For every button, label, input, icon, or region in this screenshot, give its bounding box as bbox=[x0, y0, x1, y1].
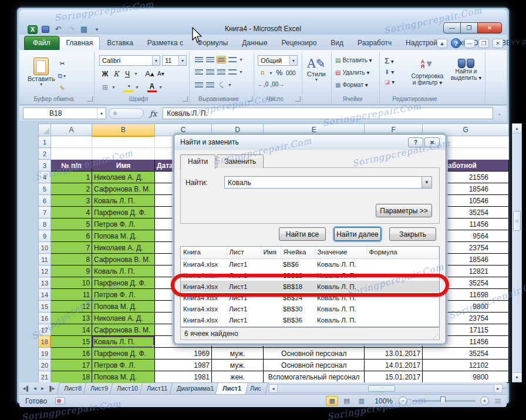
grid-cell-B17[interactable]: Сафронова В. М. bbox=[92, 324, 155, 336]
grid-cell-A14[interactable]: 11 bbox=[50, 289, 92, 301]
grid-cell-A2[interactable] bbox=[50, 148, 92, 160]
grid-cell-B1[interactable] bbox=[92, 136, 155, 148]
row-header-11[interactable]: 11 bbox=[39, 254, 51, 266]
row-header-7[interactable]: 7 bbox=[39, 207, 51, 219]
grid-cell-A17[interactable]: 14 bbox=[50, 324, 92, 336]
results-column-Значение[interactable]: Значение bbox=[315, 247, 366, 258]
zoom-in-icon[interactable]: + bbox=[480, 397, 489, 405]
row-header-17[interactable]: 17 bbox=[39, 324, 51, 336]
workbook-minimize-icon[interactable]: — bbox=[464, 39, 475, 48]
tab-split-handle[interactable] bbox=[503, 388, 507, 389]
underline-button[interactable]: Ч bbox=[123, 70, 132, 78]
grid-cell-A8[interactable]: 5 bbox=[50, 219, 92, 230]
ribbon-tab-разметка-с[interactable]: Разметка с bbox=[140, 36, 190, 50]
accounting-format-icon[interactable]: ¤ bbox=[258, 69, 267, 77]
dialog-title-bar[interactable]: Найти и заменить ? ✕ bbox=[174, 135, 446, 150]
grid-cell-A1[interactable] bbox=[50, 136, 92, 148]
grid-cell-B6[interactable]: Коваль Л. П. bbox=[92, 195, 155, 207]
grid-cell-D21[interactable]: жен. bbox=[212, 371, 264, 383]
minimize-button[interactable]: — bbox=[443, 22, 461, 33]
dialog-tab-заменить[interactable]: Заменить bbox=[217, 154, 264, 168]
grid-cell-A20[interactable]: 17 bbox=[50, 359, 92, 371]
row-header-20[interactable]: 20 bbox=[39, 359, 51, 371]
formula-input[interactable]: Коваль Л. П. bbox=[163, 107, 493, 119]
bold-button[interactable]: Ж bbox=[100, 70, 110, 78]
paste-button[interactable]: Вставить▼ bbox=[28, 58, 55, 86]
grid-cell-F21[interactable]: 15.01.2017 bbox=[365, 371, 423, 383]
scroll-up-icon[interactable]: ▲ bbox=[512, 124, 521, 133]
grid-cell-B10[interactable]: Николаев А. Д. bbox=[92, 242, 155, 254]
row-header-13[interactable]: 13 bbox=[39, 277, 51, 289]
normal-view-icon[interactable]: ▦ bbox=[326, 396, 338, 406]
vertical-scrollbar[interactable]: ▲ ▼ bbox=[512, 123, 522, 382]
grid-cell-A18[interactable]: 15 bbox=[50, 336, 92, 348]
align-center-icon[interactable] bbox=[205, 68, 215, 76]
result-row-B6[interactable]: Книга4.xlsxЛист1$B$6Коваль Л. П. bbox=[181, 258, 439, 270]
align-middle-icon[interactable] bbox=[205, 56, 215, 63]
row-header-14[interactable]: 14 bbox=[39, 289, 51, 301]
find-select-button[interactable]: Найти и выделить ▾ bbox=[449, 55, 483, 81]
orientation-icon[interactable] bbox=[228, 56, 237, 63]
grid-cell-G20[interactable]: 12102 bbox=[423, 359, 509, 371]
results-column-Лист[interactable]: Лист bbox=[227, 247, 261, 258]
title-bar[interactable]: X ↶ ↷ ▦ ▼ Книга4 - Microsoft Excel — ❒ ✕ bbox=[19, 9, 507, 35]
comma-style-icon[interactable]: 000 bbox=[286, 70, 296, 76]
close-button[interactable]: ✕ bbox=[477, 22, 502, 33]
styles-button[interactable]: A✎ Стили▼ bbox=[307, 56, 326, 82]
minimize-ribbon-icon[interactable]: ▲ bbox=[437, 39, 447, 48]
decrease-decimal-icon[interactable]: ,00→ bbox=[270, 81, 284, 88]
macro-record-icon[interactable] bbox=[55, 397, 65, 405]
page-break-view-icon[interactable]: ▥ bbox=[355, 396, 367, 406]
grid-cell-A5[interactable]: 2 bbox=[50, 183, 92, 195]
prev-sheet-icon[interactable]: ◄ bbox=[33, 386, 38, 391]
decrease-indent-icon[interactable] bbox=[194, 81, 204, 89]
grid-cell-A3[interactable]: № п/п bbox=[50, 160, 92, 172]
row-header-19[interactable]: 19 bbox=[39, 348, 51, 359]
grid-cell-B13[interactable]: Парфенов Д. Ф. bbox=[92, 277, 155, 289]
grid-cell-A19[interactable]: 16 bbox=[50, 348, 92, 359]
clipboard-dialog-launcher[interactable] bbox=[87, 96, 93, 102]
find-all-button[interactable]: Найти все bbox=[279, 227, 326, 241]
font-dialog-launcher[interactable] bbox=[183, 96, 188, 102]
align-left-icon[interactable] bbox=[194, 68, 204, 76]
wrap-text-icon[interactable]: ⤹ bbox=[217, 81, 226, 89]
grid-cell-B16[interactable]: Николаев А. Д. bbox=[92, 313, 155, 324]
italic-button[interactable]: К bbox=[112, 70, 121, 78]
clear-icon[interactable]: ◪ ▾ bbox=[385, 79, 394, 85]
grid-cell-A11[interactable]: 8 bbox=[50, 254, 92, 266]
grid-cell-A16[interactable]: 13 bbox=[50, 313, 92, 324]
first-sheet-icon[interactable]: ◄▌ bbox=[22, 386, 30, 391]
align-top-icon[interactable] bbox=[194, 56, 204, 63]
options-button[interactable]: Параметры >> bbox=[376, 204, 432, 217]
align-bottom-icon[interactable] bbox=[217, 56, 226, 63]
font-color-icon[interactable]: А bbox=[147, 82, 157, 92]
grid-cell-B11[interactable]: Сафронова В. М. bbox=[92, 254, 155, 266]
number-format-combo[interactable]: Общий▼ bbox=[258, 55, 298, 66]
close-dialog-button[interactable]: Закрыть bbox=[389, 227, 436, 241]
align-right-icon[interactable] bbox=[217, 68, 226, 76]
help-icon[interactable]: ? bbox=[451, 38, 461, 48]
grid-cell-A12[interactable]: 9 bbox=[50, 266, 92, 277]
copy-icon[interactable]: ⧉ ▼ bbox=[57, 71, 68, 80]
grid-cell-B15[interactable]: Попова М. Д. bbox=[92, 301, 155, 313]
last-sheet-icon[interactable]: ▐► bbox=[48, 386, 56, 391]
borders-icon[interactable]: ⊞ bbox=[100, 83, 110, 92]
sheet-tab-лист1[interactable]: Лист1 bbox=[215, 382, 248, 394]
scroll-down-icon[interactable]: ▼ bbox=[512, 372, 521, 382]
grid-cell-A9[interactable]: 6 bbox=[50, 230, 92, 242]
result-row-B30[interactable]: Книга4.xlsxЛист1$B$30Коваль Л. П. bbox=[181, 303, 439, 314]
row-header-9[interactable]: 9 bbox=[39, 230, 51, 242]
dialog-close-icon[interactable]: ✕ bbox=[424, 137, 440, 147]
row-header-15[interactable]: 15 bbox=[39, 301, 51, 313]
grid-cell-B19[interactable]: Парфенов Д. Ф. bbox=[92, 348, 155, 359]
grid-cell-A7[interactable]: 4 bbox=[50, 207, 92, 219]
grid-cell-B7[interactable]: Парфенов Д. Ф. bbox=[92, 207, 155, 219]
row-header-3[interactable]: 3 bbox=[39, 160, 51, 172]
format-cells-button[interactable]: Формат ▾ bbox=[342, 82, 367, 88]
grid-cell-A13[interactable]: 10 bbox=[50, 277, 92, 289]
grid-cell-B2[interactable] bbox=[92, 148, 155, 160]
grid-cell-F20[interactable]: 14.01.2017 bbox=[365, 359, 423, 371]
grid-cell-D19[interactable]: муж. bbox=[212, 348, 264, 359]
fill-icon[interactable]: ⬇ ▾ bbox=[385, 69, 394, 75]
result-row-B36[interactable]: Книга4.xlsxЛист1$B$36Коваль Л. П. bbox=[181, 314, 439, 325]
